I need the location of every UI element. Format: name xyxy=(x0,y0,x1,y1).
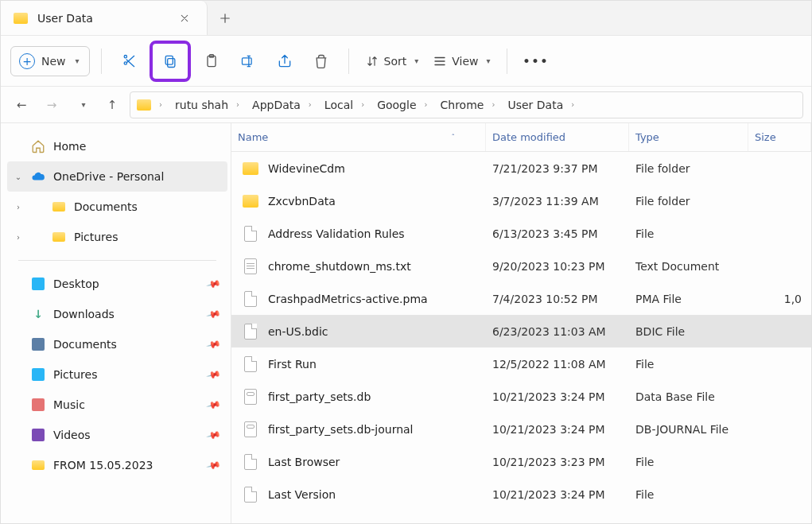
file-type: Data Base File xyxy=(629,390,748,403)
sidebar-item-label: Music xyxy=(53,398,85,411)
sidebar-quick-item[interactable]: ↓ Downloads 📌 xyxy=(7,299,227,329)
item-icon xyxy=(31,428,45,442)
file-row[interactable]: First Run 12/5/2022 11:08 AM File xyxy=(231,347,811,380)
file-name: en-US.bdic xyxy=(268,325,328,338)
paste-button[interactable] xyxy=(196,45,227,77)
sidebar-quick-item[interactable]: Videos 📌 xyxy=(7,420,227,450)
breadcrumb-segment[interactable]: rutu shah› xyxy=(169,99,243,111)
column-name[interactable]: Name ˆ xyxy=(231,123,486,151)
file-type-icon xyxy=(243,161,258,177)
copy-button[interactable] xyxy=(154,45,186,77)
sort-ascending-icon: ˆ xyxy=(452,134,456,142)
scissors-icon xyxy=(121,53,137,69)
file-rows: WidevineCdm 7/21/2023 9:37 PM File folde… xyxy=(231,152,811,524)
sidebar-item[interactable]: › Pictures xyxy=(7,222,227,252)
column-date[interactable]: Date modified xyxy=(486,123,629,151)
file-name: First Run xyxy=(268,358,317,371)
breadcrumb[interactable]: › rutu shah›AppData›Local›Google›Chrome›… xyxy=(130,91,803,118)
sort-button[interactable]: Sort ▾ xyxy=(360,45,424,77)
clipboard-icon xyxy=(204,53,220,69)
file-row[interactable]: Address Validation Rules 6/13/2023 3:45 … xyxy=(231,217,811,250)
view-button[interactable]: View ▾ xyxy=(428,45,495,77)
ellipsis-icon: ••• xyxy=(523,55,550,68)
column-date-label: Date modified xyxy=(492,131,565,143)
file-list: Name ˆ Date modified Type Size WidevineC… xyxy=(231,123,811,524)
file-date: 10/21/2023 3:23 PM xyxy=(486,456,629,468)
file-date: 7/21/2023 9:37 PM xyxy=(486,162,629,175)
chevron-right-icon: › xyxy=(571,100,574,109)
new-button[interactable]: + New ▾ xyxy=(10,46,90,76)
item-icon xyxy=(31,337,45,351)
file-row[interactable]: first_party_sets.db-journal 10/21/2023 3… xyxy=(231,413,811,445)
sidebar-item-label: Pictures xyxy=(74,231,118,243)
column-name-label: Name xyxy=(238,131,268,143)
column-size-label: Size xyxy=(755,131,776,143)
file-type: File xyxy=(629,456,748,468)
sidebar-home[interactable]: Home xyxy=(7,131,227,161)
file-row[interactable]: ZxcvbnData 3/7/2023 11:39 AM File folder xyxy=(231,184,811,217)
sidebar-quick-item[interactable]: Documents 📌 xyxy=(7,329,227,359)
chevron-right-icon[interactable]: › xyxy=(12,233,25,242)
file-row[interactable]: CrashpadMetrics-active.pma 7/4/2023 10:5… xyxy=(231,282,811,315)
breadcrumb-segment[interactable]: Google› xyxy=(371,99,430,111)
file-date: 10/21/2023 3:24 PM xyxy=(486,488,629,501)
breadcrumb-segment[interactable]: AppData› xyxy=(246,99,315,111)
file-name: Last Version xyxy=(268,488,336,501)
new-label: New xyxy=(41,55,66,68)
window-tab[interactable]: User Data xyxy=(1,1,208,35)
file-type: BDIC File xyxy=(629,325,748,338)
pin-icon: 📌 xyxy=(206,336,222,352)
breadcrumb-label: AppData xyxy=(252,99,301,111)
file-row[interactable]: chrome_shutdown_ms.txt 9/20/2023 10:23 P… xyxy=(231,250,811,282)
item-icon xyxy=(31,367,45,382)
sidebar: Home ⌄ OneDrive - Personal › Documents› … xyxy=(1,123,231,524)
chevron-down-icon[interactable]: ⌄ xyxy=(12,173,25,181)
breadcrumb-label: Local xyxy=(324,99,353,111)
file-date: 10/21/2023 3:24 PM xyxy=(486,390,629,403)
file-row[interactable]: WidevineCdm 7/21/2023 9:37 PM File folde… xyxy=(231,152,811,184)
file-type: PMA File xyxy=(629,293,748,305)
more-button[interactable]: ••• xyxy=(519,45,554,77)
file-row[interactable]: Last Browser 10/21/2023 3:23 PM File xyxy=(231,445,811,478)
file-date: 10/21/2023 3:24 PM xyxy=(486,423,629,436)
file-name: Last Browser xyxy=(268,456,340,468)
file-row[interactable]: en-US.bdic 6/23/2023 11:03 AM BDIC File xyxy=(231,315,811,347)
file-row[interactable]: first_party_sets.db 10/21/2023 3:24 PM D… xyxy=(231,380,811,413)
view-label: View xyxy=(452,55,478,68)
chevron-right-icon: › xyxy=(491,100,495,109)
rename-button[interactable] xyxy=(232,45,264,77)
up-button[interactable]: ↑ xyxy=(99,92,125,118)
column-type[interactable]: Type xyxy=(629,123,748,151)
file-type-icon xyxy=(243,258,258,274)
chevron-right-icon: › xyxy=(159,100,162,109)
file-date: 6/23/2023 11:03 AM xyxy=(486,325,629,338)
share-button[interactable] xyxy=(269,45,301,77)
sidebar-item-label: Documents xyxy=(53,338,117,351)
sidebar-quick-item[interactable]: Desktop 📌 xyxy=(7,269,227,299)
chevron-right-icon[interactable]: › xyxy=(12,203,25,212)
file-row[interactable]: Last Version 10/21/2023 3:24 PM File xyxy=(231,478,811,510)
new-tab-button[interactable] xyxy=(208,1,243,35)
sidebar-onedrive[interactable]: ⌄ OneDrive - Personal xyxy=(7,161,227,192)
cut-button[interactable] xyxy=(113,45,145,77)
sidebar-quick-item[interactable]: Music 📌 xyxy=(7,390,227,420)
breadcrumb-segment[interactable]: Chrome› xyxy=(434,99,499,111)
pin-icon: 📌 xyxy=(206,457,222,473)
back-button[interactable]: ← xyxy=(9,92,34,118)
forward-button[interactable]: → xyxy=(39,92,64,118)
breadcrumb-segment[interactable]: Local› xyxy=(318,99,367,111)
file-type-icon xyxy=(243,389,258,405)
sidebar-quick-item[interactable]: Pictures 📌 xyxy=(7,359,227,390)
sidebar-item[interactable]: › Documents xyxy=(7,192,227,222)
sidebar-quick-item[interactable]: FROM 15.05.2023 📌 xyxy=(7,450,227,480)
recent-locations-button[interactable]: ▾ xyxy=(69,92,95,118)
file-name: chrome_shutdown_ms.txt xyxy=(268,260,411,273)
sidebar-onedrive-label: OneDrive - Personal xyxy=(53,170,164,183)
file-type: DB-JOURNAL File xyxy=(629,423,748,436)
column-size[interactable]: Size xyxy=(748,123,811,151)
tab-close-button[interactable] xyxy=(175,9,194,28)
breadcrumb-segment[interactable]: User Data› xyxy=(501,99,577,111)
chevron-right-icon: › xyxy=(425,100,428,109)
delete-button[interactable] xyxy=(305,45,337,77)
item-icon xyxy=(31,277,45,291)
